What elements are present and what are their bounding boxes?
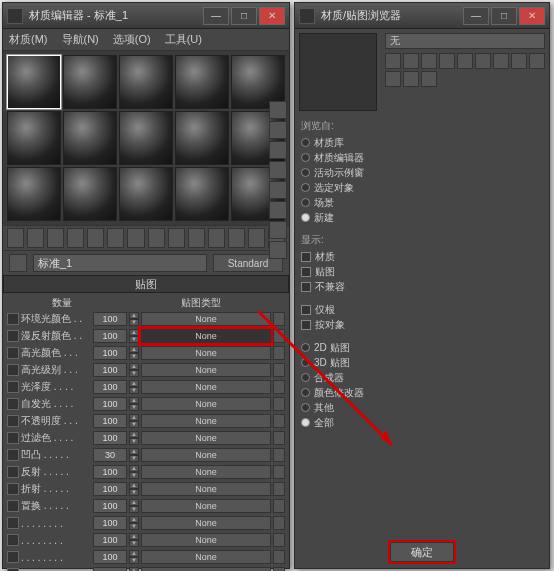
spin-down[interactable]: ▼ <box>129 370 139 377</box>
map-slot-button[interactable]: None <box>141 465 271 479</box>
material-sample[interactable] <box>7 55 61 109</box>
map-slot-button[interactable]: None <box>141 567 271 571</box>
map-slot-button[interactable]: None <box>141 516 271 530</box>
map-enable-checkbox[interactable] <box>7 313 19 325</box>
radio-option[interactable]: 3D 贴图 <box>301 355 375 370</box>
spin-up[interactable]: ▲ <box>129 448 139 455</box>
view-mode-icon[interactable] <box>421 71 437 87</box>
map-lock-icon[interactable] <box>273 397 285 411</box>
map-lock-icon[interactable] <box>273 431 285 445</box>
maximize-button[interactable]: □ <box>491 7 517 25</box>
side-tool-button[interactable] <box>269 181 287 199</box>
view-mode-icon[interactable] <box>439 53 455 69</box>
map-lock-icon[interactable] <box>273 329 285 343</box>
spin-up[interactable]: ▲ <box>129 346 139 353</box>
spin-up[interactable]: ▲ <box>129 499 139 506</box>
toolbar-button[interactable] <box>168 228 185 248</box>
view-mode-icon[interactable] <box>511 53 527 69</box>
map-amount-spinner[interactable]: 100 <box>93 533 127 547</box>
material-sample[interactable] <box>119 167 173 221</box>
view-mode-icon[interactable] <box>403 53 419 69</box>
side-tool-button[interactable] <box>269 101 287 119</box>
view-mode-icon[interactable] <box>403 71 419 87</box>
spin-down[interactable]: ▼ <box>129 506 139 513</box>
menu-item[interactable]: 导航(N) <box>62 32 99 47</box>
spin-down[interactable]: ▼ <box>129 472 139 479</box>
radio-option[interactable]: 2D 贴图 <box>301 340 375 355</box>
material-sample[interactable] <box>63 111 117 165</box>
map-enable-checkbox[interactable] <box>7 330 19 342</box>
spin-up[interactable]: ▲ <box>129 550 139 557</box>
map-slot-button[interactable]: None <box>141 448 271 462</box>
map-enable-checkbox[interactable] <box>7 364 19 376</box>
side-tool-button[interactable] <box>269 221 287 239</box>
check-option[interactable]: 不兼容 <box>301 279 375 294</box>
map-enable-checkbox[interactable] <box>7 398 19 410</box>
minimize-button[interactable]: ― <box>463 7 489 25</box>
material-sample[interactable] <box>175 167 229 221</box>
toolbar-button[interactable] <box>87 228 104 248</box>
map-slot-button[interactable]: None <box>141 312 271 326</box>
ok-button[interactable]: 确定 <box>390 542 454 562</box>
spin-down[interactable]: ▼ <box>129 353 139 360</box>
map-amount-spinner[interactable]: 100 <box>93 363 127 377</box>
map-slot-button[interactable]: None <box>141 346 271 360</box>
spin-up[interactable]: ▲ <box>129 397 139 404</box>
view-mode-icon[interactable] <box>475 53 491 69</box>
eyedropper-icon[interactable] <box>9 254 27 272</box>
map-slot-button[interactable]: None <box>141 431 271 445</box>
spin-up[interactable]: ▲ <box>129 329 139 336</box>
titlebar[interactable]: 材质编辑器 - 标准_1 ― □ ✕ <box>3 3 289 29</box>
map-amount-spinner[interactable]: 100 <box>93 482 127 496</box>
map-slot-button[interactable]: None <box>141 499 271 513</box>
spin-down[interactable]: ▼ <box>129 489 139 496</box>
map-amount-spinner[interactable]: 100 <box>93 414 127 428</box>
maximize-button[interactable]: □ <box>231 7 257 25</box>
map-enable-checkbox[interactable] <box>7 449 19 461</box>
spin-down[interactable]: ▼ <box>129 438 139 445</box>
toolbar-button[interactable] <box>148 228 165 248</box>
spin-down[interactable]: ▼ <box>129 523 139 530</box>
check-option[interactable]: 按对象 <box>301 317 375 332</box>
spin-up[interactable]: ▲ <box>129 516 139 523</box>
radio-option[interactable]: 全部 <box>301 415 375 430</box>
map-slot-button[interactable]: None <box>141 550 271 564</box>
spin-up[interactable]: ▲ <box>129 567 139 571</box>
spin-down[interactable]: ▼ <box>129 336 139 343</box>
titlebar[interactable]: 材质/贴图浏览器 ― □ ✕ <box>295 3 549 29</box>
side-tool-button[interactable] <box>269 241 287 259</box>
map-lock-icon[interactable] <box>273 363 285 377</box>
spin-up[interactable]: ▲ <box>129 312 139 319</box>
map-amount-spinner[interactable]: 100 <box>93 312 127 326</box>
toolbar-button[interactable] <box>7 228 24 248</box>
toolbar-button[interactable] <box>67 228 84 248</box>
material-sample[interactable] <box>7 167 61 221</box>
close-button[interactable]: ✕ <box>519 7 545 25</box>
map-lock-icon[interactable] <box>273 312 285 326</box>
menu-item[interactable]: 材质(M) <box>9 32 48 47</box>
map-amount-spinner[interactable]: 100 <box>93 465 127 479</box>
spin-up[interactable]: ▲ <box>129 414 139 421</box>
spin-down[interactable]: ▼ <box>129 404 139 411</box>
side-tool-button[interactable] <box>269 201 287 219</box>
radio-option[interactable]: 材质编辑器 <box>301 150 375 165</box>
view-mode-icon[interactable] <box>421 53 437 69</box>
map-amount-spinner[interactable]: 100 <box>93 380 127 394</box>
map-enable-checkbox[interactable] <box>7 466 19 478</box>
spin-up[interactable]: ▲ <box>129 380 139 387</box>
spin-up[interactable]: ▲ <box>129 482 139 489</box>
map-amount-spinner[interactable]: 100 <box>93 516 127 530</box>
view-mode-icon[interactable] <box>385 71 401 87</box>
side-tool-button[interactable] <box>269 121 287 139</box>
spin-down[interactable]: ▼ <box>129 319 139 326</box>
map-slot-button[interactable]: None <box>141 533 271 547</box>
spin-up[interactable]: ▲ <box>129 363 139 370</box>
map-lock-icon[interactable] <box>273 346 285 360</box>
spin-up[interactable]: ▲ <box>129 465 139 472</box>
view-mode-icon[interactable] <box>529 53 545 69</box>
radio-option[interactable]: 活动示例窗 <box>301 165 375 180</box>
toolbar-button[interactable] <box>248 228 265 248</box>
material-sample[interactable] <box>63 167 117 221</box>
map-enable-checkbox[interactable] <box>7 415 19 427</box>
map-lock-icon[interactable] <box>273 499 285 513</box>
